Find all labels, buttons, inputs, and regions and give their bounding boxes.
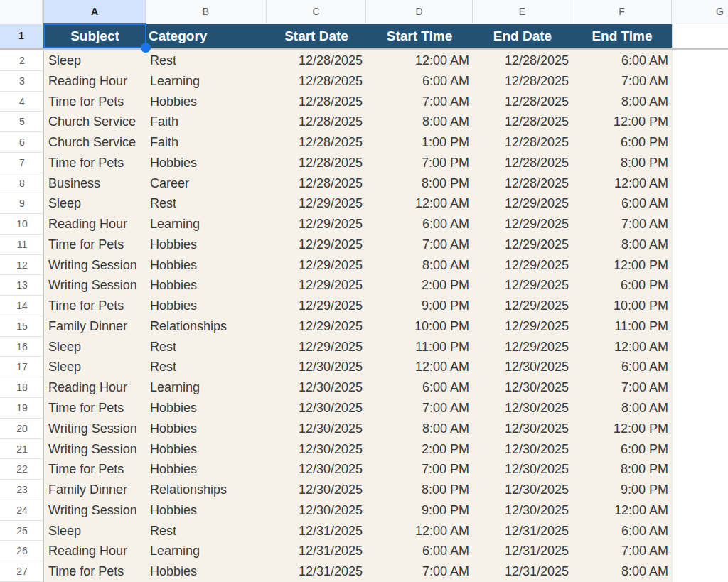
row-header-4[interactable]: 4 [0, 92, 44, 112]
cell-A23[interactable]: Family Dinner [44, 480, 146, 500]
row-header-21[interactable]: 21 [0, 439, 44, 460]
cell-E19[interactable]: 12/30/2025 [473, 398, 572, 419]
active-cell-selection[interactable] [43, 23, 146, 48]
row-header-20[interactable]: 20 [0, 419, 44, 439]
cell-F17[interactable]: 6:00 AM [572, 357, 672, 377]
cell-B27[interactable]: Hobbies [146, 561, 267, 582]
cell-D24[interactable]: 9:00 PM [366, 500, 473, 521]
cell-F15[interactable]: 11:00 PM [572, 316, 672, 337]
row-header-27[interactable]: 27 [0, 561, 44, 582]
row-header-18[interactable]: 18 [0, 377, 44, 398]
cell-A24[interactable]: Writing Session [44, 500, 146, 521]
column-header-G[interactable]: G [672, 0, 728, 23]
cell-E9[interactable]: 12/29/2025 [473, 193, 572, 214]
cell-G18[interactable] [672, 377, 728, 398]
cell-C13[interactable]: 12/29/2025 [267, 275, 366, 296]
row-header-3[interactable]: 3 [0, 71, 44, 92]
cell-C5[interactable]: 12/28/2025 [267, 112, 366, 132]
cell-D17[interactable]: 12:00 AM [366, 357, 473, 377]
row-header-8[interactable]: 8 [0, 173, 44, 194]
cell-G22[interactable] [672, 459, 728, 480]
cell-C6[interactable]: 12/28/2025 [267, 132, 366, 153]
cell-F21[interactable]: 6:00 PM [572, 439, 672, 460]
row-header-16[interactable]: 16 [0, 337, 44, 357]
row-header-19[interactable]: 19 [0, 398, 44, 419]
cell-C24[interactable]: 12/30/2025 [267, 500, 366, 521]
cell-D2[interactable]: 12:00 AM [366, 50, 473, 71]
cell-C22[interactable]: 12/30/2025 [267, 459, 366, 480]
row-header-25[interactable]: 25 [0, 521, 44, 541]
row-header-24[interactable]: 24 [0, 500, 44, 521]
cell-E5[interactable]: 12/28/2025 [473, 112, 572, 132]
row-header-2[interactable]: 2 [0, 50, 44, 71]
cell-D8[interactable]: 8:00 PM [366, 173, 473, 194]
cell-F18[interactable]: 7:00 AM [572, 377, 672, 398]
selection-fill-handle[interactable] [141, 43, 151, 53]
cell-C11[interactable]: 12/29/2025 [267, 235, 366, 255]
cell-F24[interactable]: 12:00 AM [572, 500, 672, 521]
cell-B26[interactable]: Learning [146, 541, 267, 561]
cell-D9[interactable]: 12:00 AM [366, 193, 473, 214]
cell-F7[interactable]: 8:00 PM [572, 153, 672, 173]
cell-B12[interactable]: Hobbies [146, 255, 267, 276]
cell-D15[interactable]: 10:00 PM [366, 316, 473, 337]
cell-E23[interactable]: 12/30/2025 [473, 480, 572, 500]
cell-A4[interactable]: Time for Pets [44, 92, 146, 112]
cell-G7[interactable] [672, 153, 728, 173]
cell-B23[interactable]: Relationships [146, 480, 267, 500]
row-header-12[interactable]: 12 [0, 255, 44, 276]
cell-E18[interactable]: 12/30/2025 [473, 377, 572, 398]
cell-A17[interactable]: Sleep [44, 357, 146, 377]
cell-E17[interactable]: 12/30/2025 [473, 357, 572, 377]
cell-A25[interactable]: Sleep [44, 521, 146, 541]
cell-E16[interactable]: 12/29/2025 [473, 337, 572, 357]
cell-A14[interactable]: Time for Pets [44, 296, 146, 316]
cell-D27[interactable]: 7:00 AM [366, 561, 473, 582]
cell-B24[interactable]: Hobbies [146, 500, 267, 521]
cell-A3[interactable]: Reading Hour [44, 71, 146, 92]
cell-B14[interactable]: Hobbies [146, 296, 267, 316]
cell-F2[interactable]: 6:00 AM [572, 50, 672, 71]
row-header-7[interactable]: 7 [0, 153, 44, 173]
cell-B9[interactable]: Rest [146, 193, 267, 214]
cell-G3[interactable] [672, 71, 728, 92]
cell-A26[interactable]: Reading Hour [44, 541, 146, 561]
cell-D14[interactable]: 9:00 PM [366, 296, 473, 316]
cell-A2[interactable]: Sleep [44, 50, 146, 71]
cell-B4[interactable]: Hobbies [146, 92, 267, 112]
cell-F6[interactable]: 6:00 PM [572, 132, 672, 153]
cell-A18[interactable]: Reading Hour [44, 377, 146, 398]
row-header-26[interactable]: 26 [0, 541, 44, 561]
cell-C7[interactable]: 12/28/2025 [267, 153, 366, 173]
row-header-22[interactable]: 22 [0, 459, 44, 480]
cell-C3[interactable]: 12/28/2025 [267, 71, 366, 92]
cell-E6[interactable]: 12/28/2025 [473, 132, 572, 153]
cell-B8[interactable]: Career [146, 173, 267, 194]
cell-F14[interactable]: 10:00 PM [572, 296, 672, 316]
cell-G8[interactable] [672, 173, 728, 194]
cell-F8[interactable]: 12:00 AM [572, 173, 672, 194]
cell-F1[interactable]: End Time [572, 24, 672, 48]
cell-G1[interactable] [672, 24, 728, 48]
cell-F26[interactable]: 7:00 AM [572, 541, 672, 561]
cell-C17[interactable]: 12/30/2025 [267, 357, 366, 377]
cell-C1[interactable]: Start Date [267, 24, 366, 48]
cell-B19[interactable]: Hobbies [146, 398, 267, 419]
cell-D10[interactable]: 6:00 AM [366, 214, 473, 235]
cell-A7[interactable]: Time for Pets [44, 153, 146, 173]
cell-A15[interactable]: Family Dinner [44, 316, 146, 337]
cell-B10[interactable]: Learning [146, 214, 267, 235]
cell-F19[interactable]: 8:00 AM [572, 398, 672, 419]
cell-E24[interactable]: 12/30/2025 [473, 500, 572, 521]
cell-B3[interactable]: Learning [146, 71, 267, 92]
cell-E2[interactable]: 12/28/2025 [473, 50, 572, 71]
cell-C12[interactable]: 12/29/2025 [267, 255, 366, 276]
cell-A20[interactable]: Writing Session [44, 419, 146, 439]
cell-D26[interactable]: 6:00 AM [366, 541, 473, 561]
cell-E4[interactable]: 12/28/2025 [473, 92, 572, 112]
cell-D1[interactable]: Start Time [366, 24, 473, 48]
cell-A21[interactable]: Writing Session [44, 439, 146, 460]
cell-D25[interactable]: 12:00 AM [366, 521, 473, 541]
cell-A27[interactable]: Time for Pets [44, 561, 146, 582]
cell-G5[interactable] [672, 112, 728, 132]
